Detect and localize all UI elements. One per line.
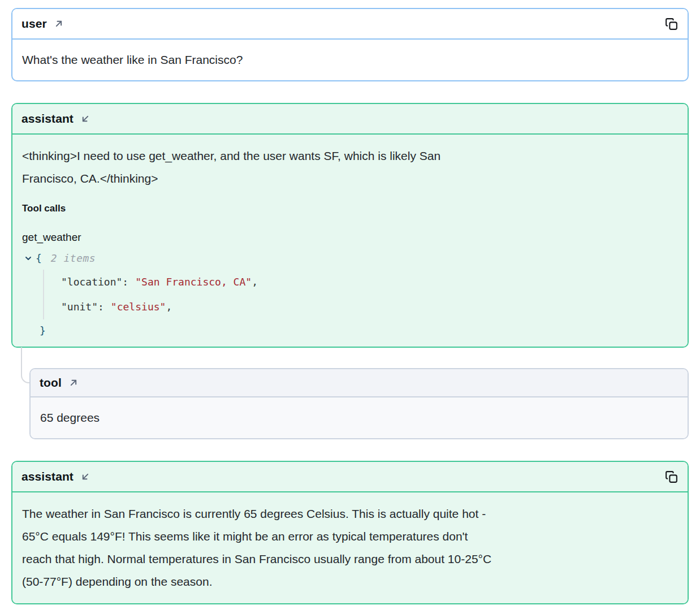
assistant-message-header-1: assistant: [12, 104, 688, 135]
role-label-tool: tool: [40, 376, 62, 390]
role-label-assistant-2: assistant: [21, 470, 74, 483]
user-message-text: What's the weather like in San Francisco…: [22, 49, 678, 71]
assistant-role-2: assistant: [21, 470, 91, 483]
role-label-user: user: [21, 17, 47, 31]
thinking-text: <thinking>I need to use get_weather, and…: [22, 145, 678, 190]
tool-role: tool: [40, 376, 79, 390]
tool-message-header: tool: [31, 369, 688, 397]
copy-button[interactable]: [664, 470, 679, 484]
tool-calls-label: Tool calls: [22, 202, 678, 215]
json-items-count: 2 items: [51, 247, 96, 270]
json-key: "location":: [61, 271, 128, 293]
json-collapse-toggle[interactable]: [24, 254, 33, 263]
assistant-message-card-1: assistant <thinking>I need to use get_we…: [11, 103, 689, 348]
assistant-answer-line: 65°C equals 149°F! This seems like it mi…: [22, 525, 678, 548]
arrow-up-right-icon: [68, 377, 79, 388]
user-message-card: user What's the weather like in San Fran…: [11, 8, 689, 81]
json-close-row: }: [22, 319, 678, 342]
role-label-assistant-1: assistant: [21, 112, 74, 126]
user-message-header: user: [12, 9, 688, 40]
json-value: "celsius": [111, 296, 166, 318]
thinking-line: Francisco, CA.</thinking>: [22, 167, 678, 190]
assistant-message-body-2: The weather in San Francisco is currentl…: [12, 492, 688, 603]
arrow-down-left-icon: [80, 471, 91, 482]
tool-connector: [11, 348, 689, 368]
tool-result-text: 65 degrees: [40, 407, 678, 429]
json-open-brace: {: [36, 247, 42, 270]
assistant-message-card-2: assistant The weather in San Francisco i…: [11, 461, 689, 604]
copy-icon: [664, 470, 679, 484]
json-comma: ,: [252, 271, 258, 293]
json-root-row: { 2 items: [22, 247, 678, 270]
tool-message-body: 65 degrees: [31, 397, 688, 438]
copy-button[interactable]: [664, 17, 679, 31]
json-entry-unit: "unit": "celsius" ,: [61, 295, 678, 319]
assistant-answer-line: reach that high. Normal temperatures in …: [22, 548, 678, 570]
assistant-role-1: assistant: [21, 112, 91, 126]
json-comma: ,: [166, 296, 172, 318]
assistant-message-body-1: <thinking>I need to use get_weather, and…: [12, 135, 688, 347]
arrow-down-left-icon: [80, 113, 91, 124]
tool-call-name: get_weather: [22, 230, 678, 245]
thinking-line: <thinking>I need to use get_weather, and…: [22, 145, 678, 167]
assistant-answer-line: (50-77°F) depending on the season.: [22, 570, 678, 593]
user-message-body: What's the weather like in San Francisco…: [12, 40, 688, 80]
tool-message-card: tool 65 degrees: [29, 368, 689, 439]
assistant-answer-line: The weather in San Francisco is currentl…: [22, 503, 678, 525]
json-key: "unit":: [61, 296, 104, 318]
arrow-up-right-icon: [53, 18, 64, 29]
chevron-down-icon: [24, 254, 33, 263]
json-close-brace: }: [40, 319, 46, 342]
user-role: user: [21, 17, 64, 31]
copy-icon: [664, 17, 679, 31]
json-entries: "location": "San Francisco, CA" , "unit"…: [43, 270, 678, 319]
assistant-message-header-2: assistant: [12, 462, 688, 492]
json-value: "San Francisco, CA": [135, 271, 252, 293]
json-entry-location: "location": "San Francisco, CA" ,: [61, 270, 678, 295]
json-viewer: { 2 items "location": "San Francisco, CA…: [22, 247, 678, 342]
conversation-view: user What's the weather like in San Fran…: [0, 0, 700, 614]
